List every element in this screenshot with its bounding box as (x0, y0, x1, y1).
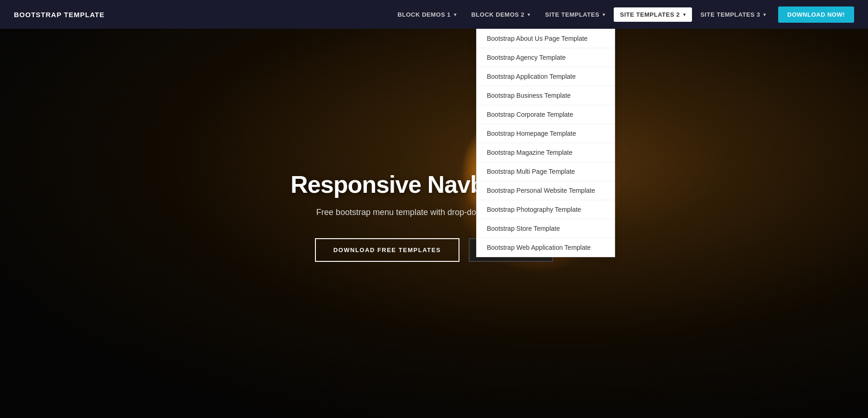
dropdown-item-9[interactable]: Bootstrap Photography Template (477, 200, 615, 219)
nav-site-templates-2[interactable]: SITE TEMPLATES 2 ▾ (614, 7, 692, 22)
dropdown-item-2[interactable]: Bootstrap Application Template (477, 67, 615, 86)
dropdown-item-0[interactable]: Bootstrap About Us Page Template (477, 29, 615, 48)
brand-logo[interactable]: BOOTSTRAP TEMPLATE (14, 11, 105, 19)
caret-icon-5: ▾ (763, 12, 766, 17)
nav-site-templates[interactable]: SITE TEMPLATES ▾ (539, 7, 612, 22)
dropdown-item-10[interactable]: Bootstrap Store Template (477, 219, 615, 238)
dropdown-item-4[interactable]: Bootstrap Corporate Template (477, 105, 615, 124)
caret-icon-1: ▾ (454, 12, 457, 17)
download-templates-button[interactable]: DOWNLOAD FREE TEMPLATES (315, 238, 459, 262)
nav-items: BLOCK DEMOS 1 ▾ BLOCK DEMOS 2 ▾ SITE TEM… (391, 6, 854, 23)
dropdown-item-1[interactable]: Bootstrap Agency Template (477, 48, 615, 67)
navbar: BOOTSTRAP TEMPLATE BLOCK DEMOS 1 ▾ BLOCK… (0, 0, 868, 29)
caret-icon-3: ▾ (603, 12, 605, 17)
dropdown-item-11[interactable]: Bootstrap Web Application Template (477, 238, 615, 257)
dropdown-item-5[interactable]: Bootstrap Homepage Template (477, 124, 615, 143)
dropdown-item-6[interactable]: Bootstrap Magazine Template (477, 143, 615, 162)
nav-block-demos-2[interactable]: BLOCK DEMOS 2 ▾ (465, 7, 536, 22)
dropdown-item-8[interactable]: Bootstrap Personal Website Template (477, 181, 615, 200)
caret-icon-2: ▾ (528, 12, 530, 17)
dropdown-item-3[interactable]: Bootstrap Business Template (477, 86, 615, 105)
site-templates-2-dropdown: Bootstrap About Us Page TemplateBootstra… (476, 29, 615, 257)
hero-section: Responsive Navbar Tem... Free bootstrap … (0, 0, 868, 418)
dropdown-item-7[interactable]: Bootstrap Multi Page Template (477, 162, 615, 181)
caret-icon-4: ▾ (683, 12, 686, 17)
nav-block-demos-1[interactable]: BLOCK DEMOS 1 ▾ (391, 7, 463, 22)
nav-site-templates-3[interactable]: SITE TEMPLATES 3 ▾ (694, 7, 773, 22)
download-now-button[interactable]: DOWNLOAD NOW! (778, 6, 854, 23)
